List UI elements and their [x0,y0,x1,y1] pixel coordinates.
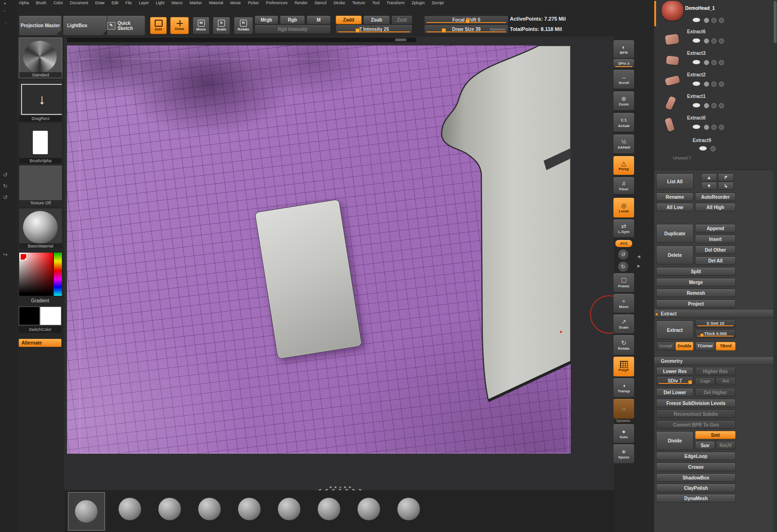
menu-item[interactable]: Stencil [314,0,327,5]
sdiv-slider[interactable]: SDiv 7 [656,376,694,385]
subtool-thumbnail[interactable] [665,75,680,86]
visibility-eye-icon[interactable] [693,18,700,22]
subtool-item[interactable]: Extract3 [654,49,773,70]
spix-slider[interactable]: SPix 3 [613,59,635,68]
history-cycle-icon[interactable]: ↺ [3,194,7,201]
reuv-button[interactable]: ReUV [716,441,736,450]
hue-strip[interactable] [54,253,62,296]
lsym-button[interactable]: ⇄ L.Sym [613,219,635,238]
suv-button[interactable]: Suv [695,441,715,450]
aahalf-button[interactable]: ½ AAHalf [613,134,635,154]
history-redo-icon[interactable]: ↻ [3,183,7,189]
menu-item[interactable]: Material [209,0,223,5]
scrollbar-handle[interactable] [774,1,777,43]
menu-item[interactable]: File [126,0,132,5]
claypolish-button[interactable]: ClayPolish [656,484,736,492]
double-button[interactable]: Double [675,342,694,351]
subtool-up-button[interactable]: ▲ [701,173,717,181]
subtool-item[interactable]: Extract1 [654,92,773,113]
all-low-button[interactable]: All Low [656,203,694,211]
projection-master-button[interactable]: Projection Master [19,15,62,36]
rename-button[interactable]: Rename [656,193,694,201]
subtool-item[interactable]: Extract2 [654,70,773,92]
divide-button[interactable]: Divide [656,431,694,450]
smt-button[interactable]: Smt [695,431,736,439]
tool-thumbnail[interactable] [397,498,420,520]
shader-toggle-icon[interactable] [711,60,717,65]
tcorner-button[interactable]: TCorner [695,342,715,351]
mask-toggle-icon[interactable] [719,125,724,130]
xyz-button[interactable]: XYZ [615,240,633,247]
freeze-subdivision-button[interactable]: Freeze SubDivision Levels [656,399,736,407]
autoreorder-button[interactable]: AutoReorder [695,193,736,201]
menu-item[interactable]: Brush [36,0,46,5]
material-thumbnail[interactable]: BasicMaterial [19,208,62,249]
shader-toggle-icon[interactable] [710,146,716,151]
rgb-button[interactable]: Rgb [280,15,305,24]
mask-toggle-icon[interactable] [719,18,724,23]
stroke-type-thumbnail[interactable]: ↓ DragRect [19,80,62,122]
slider-knob[interactable] [700,333,704,337]
draw-size-slider[interactable]: Draw Size 39 Dynamic [424,24,508,34]
split-button[interactable]: Split [656,267,736,276]
document-canvas[interactable] [67,45,571,454]
bpr-button[interactable]: ◐ BPR [613,40,635,59]
menu-item[interactable]: Zscript [432,0,444,5]
paint-toggle-icon[interactable] [704,125,709,130]
del-lower-button[interactable]: Del Lower [656,388,694,397]
subtool-thumbnail[interactable] [665,118,675,132]
append-button[interactable]: Append [695,224,736,232]
xpose-button[interactable]: ∗ Xpose [613,444,635,464]
transp-button[interactable]: ◑ Transp [613,378,635,397]
rvt-button[interactable]: Rvt [716,377,736,385]
menu-item[interactable]: Light [156,0,164,5]
secondary-color-swatch[interactable] [40,307,61,325]
mask-toggle-icon[interactable] [719,103,724,108]
menu-item[interactable]: Draw [95,0,105,5]
mask-toggle-icon[interactable] [719,82,724,87]
menu-item[interactable]: Zplugin [411,0,425,5]
slider-knob[interactable] [355,28,360,33]
geometry-section-header[interactable]: Geometry [654,357,773,365]
menu-item[interactable]: Picker [248,0,259,5]
main-color-swatch[interactable] [19,307,40,325]
slider-knob[interactable] [688,380,692,384]
canvas-h-scrollbar[interactable] [67,37,416,42]
menu-item[interactable]: Alpha [19,0,29,5]
rotate-mode-button[interactable]: R Rotate [234,17,253,34]
selected-tool-thumbnail[interactable] [68,492,105,531]
paint-toggle-icon[interactable] [704,82,709,87]
menu-item[interactable]: Color [53,0,63,5]
scroll-button[interactable]: ↔ Scroll [613,69,635,89]
visibility-eye-icon[interactable] [693,125,700,129]
menu-item[interactable]: Macro [172,0,183,5]
dynamesh-button[interactable]: DynaMesh [656,494,736,502]
duplicate-button[interactable]: Duplicate [656,224,694,243]
move-view-button[interactable]: + Move [613,293,635,313]
lightbox-button[interactable]: LightBox [63,15,108,36]
edit-mode-button[interactable]: Edit [150,17,167,34]
paint-toggle-icon[interactable] [704,38,709,44]
subtool-item[interactable]: Unused 7 [654,155,773,163]
zoom-button[interactable]: ⊕ Zoom [613,91,635,111]
visibility-eye-icon[interactable] [699,146,707,150]
shadowbox-button[interactable]: ShadowBox [656,473,736,482]
local-button[interactable]: ◎ Local [613,197,635,218]
scrollbar-handle[interactable] [395,38,406,41]
menu-item[interactable]: Transform [387,0,404,5]
subtool-thumbnail[interactable] [666,56,679,66]
alternate-button[interactable]: Alternate [19,339,61,347]
visibility-eye-icon[interactable] [693,38,700,43]
zsub-button[interactable]: Zsub [363,15,390,24]
menu-item[interactable]: Layer [139,0,149,5]
menu-item[interactable]: Edit [112,0,119,5]
crease-button[interactable]: Crease [656,463,736,471]
menu-item[interactable]: Stroke [334,0,345,5]
rotate-view-button[interactable]: ↻ Rotate [613,335,635,355]
tool-thumbnail[interactable] [358,498,380,520]
draw-mode-button[interactable]: Draw [170,17,189,34]
paint-toggle-icon[interactable] [704,18,709,23]
project-button[interactable]: Project [656,300,736,308]
shader-toggle-icon[interactable] [711,125,717,130]
shader-toggle-icon[interactable] [711,82,717,87]
